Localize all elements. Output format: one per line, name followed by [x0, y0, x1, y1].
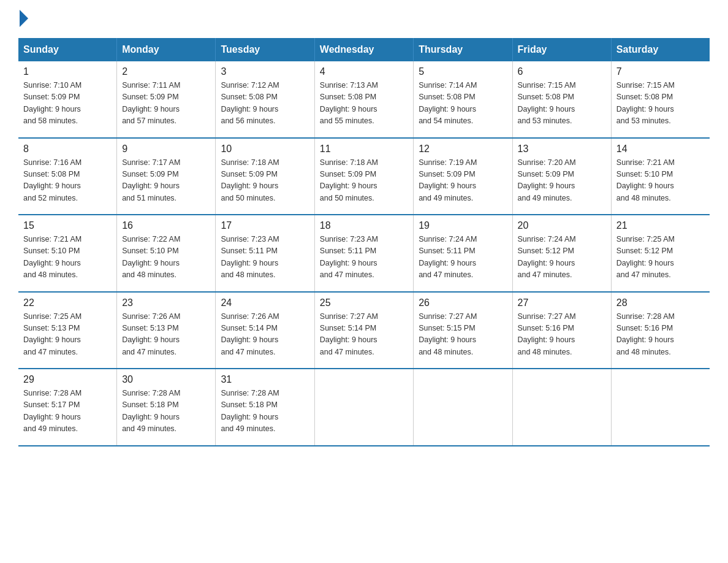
calendar-cell: 24 Sunrise: 7:26 AMSunset: 5:14 PMDaylig… — [216, 292, 314, 369]
day-info: Sunrise: 7:26 AMSunset: 5:13 PMDaylight:… — [122, 311, 210, 359]
day-info: Sunrise: 7:23 AMSunset: 5:11 PMDaylight:… — [221, 234, 309, 282]
calendar-cell — [512, 369, 611, 446]
calendar-cell — [611, 369, 710, 446]
calendar-cell: 21 Sunrise: 7:25 AMSunset: 5:12 PMDaylig… — [611, 215, 710, 292]
week-row-4: 22 Sunrise: 7:25 AMSunset: 5:13 PMDaylig… — [18, 292, 710, 369]
day-info: Sunrise: 7:26 AMSunset: 5:14 PMDaylight:… — [221, 311, 309, 359]
day-info: Sunrise: 7:21 AMSunset: 5:10 PMDaylight:… — [23, 234, 112, 282]
calendar-cell: 28 Sunrise: 7:28 AMSunset: 5:16 PMDaylig… — [611, 292, 710, 369]
day-info: Sunrise: 7:17 AMSunset: 5:09 PMDaylight:… — [122, 157, 210, 205]
calendar-cell: 8 Sunrise: 7:16 AMSunset: 5:08 PMDayligh… — [18, 138, 117, 215]
day-info: Sunrise: 7:18 AMSunset: 5:09 PMDaylight:… — [320, 157, 408, 205]
calendar-cell: 16 Sunrise: 7:22 AMSunset: 5:10 PMDaylig… — [117, 215, 216, 292]
day-info: Sunrise: 7:14 AMSunset: 5:08 PMDaylight:… — [419, 80, 507, 128]
day-number: 11 — [320, 144, 408, 155]
day-number: 14 — [616, 144, 705, 155]
calendar-cell: 20 Sunrise: 7:24 AMSunset: 5:12 PMDaylig… — [512, 215, 611, 292]
day-info: Sunrise: 7:20 AMSunset: 5:09 PMDaylight:… — [518, 157, 606, 205]
day-number: 29 — [23, 374, 112, 385]
day-number: 16 — [122, 220, 210, 231]
calendar-cell: 19 Sunrise: 7:24 AMSunset: 5:11 PMDaylig… — [414, 215, 512, 292]
day-info: Sunrise: 7:24 AMSunset: 5:12 PMDaylight:… — [518, 234, 606, 282]
calendar-cell: 17 Sunrise: 7:23 AMSunset: 5:11 PMDaylig… — [216, 215, 314, 292]
day-number: 1 — [23, 66, 112, 77]
day-number: 5 — [419, 66, 507, 77]
day-info: Sunrise: 7:10 AMSunset: 5:09 PMDaylight:… — [23, 80, 112, 128]
day-info: Sunrise: 7:19 AMSunset: 5:09 PMDaylight:… — [419, 157, 507, 205]
logo — [18, 12, 28, 26]
header-saturday: Saturday — [611, 38, 710, 61]
calendar-cell: 13 Sunrise: 7:20 AMSunset: 5:09 PMDaylig… — [512, 138, 611, 215]
day-info: Sunrise: 7:28 AMSunset: 5:16 PMDaylight:… — [616, 311, 705, 359]
day-number: 22 — [23, 297, 112, 308]
calendar-cell: 31 Sunrise: 7:28 AMSunset: 5:18 PMDaylig… — [216, 369, 314, 446]
week-row-1: 1 Sunrise: 7:10 AMSunset: 5:09 PMDayligh… — [18, 61, 710, 138]
calendar-cell: 14 Sunrise: 7:21 AMSunset: 5:10 PMDaylig… — [611, 138, 710, 215]
header-friday: Friday — [512, 38, 611, 61]
calendar-cell: 6 Sunrise: 7:15 AMSunset: 5:08 PMDayligh… — [512, 61, 611, 138]
calendar-cell: 10 Sunrise: 7:18 AMSunset: 5:09 PMDaylig… — [216, 138, 314, 215]
day-info: Sunrise: 7:12 AMSunset: 5:08 PMDaylight:… — [221, 80, 309, 128]
day-number: 7 — [616, 66, 705, 77]
calendar-cell: 26 Sunrise: 7:27 AMSunset: 5:15 PMDaylig… — [414, 292, 512, 369]
calendar-cell: 2 Sunrise: 7:11 AMSunset: 5:09 PMDayligh… — [117, 61, 216, 138]
day-number: 15 — [23, 220, 112, 231]
day-number: 4 — [320, 66, 408, 77]
calendar-cell: 30 Sunrise: 7:28 AMSunset: 5:18 PMDaylig… — [117, 369, 216, 446]
calendar-cell: 22 Sunrise: 7:25 AMSunset: 5:13 PMDaylig… — [18, 292, 117, 369]
header-thursday: Thursday — [414, 38, 512, 61]
day-info: Sunrise: 7:25 AMSunset: 5:13 PMDaylight:… — [23, 311, 112, 359]
header-wednesday: Wednesday — [314, 38, 413, 61]
calendar-cell: 4 Sunrise: 7:13 AMSunset: 5:08 PMDayligh… — [314, 61, 413, 138]
day-info: Sunrise: 7:11 AMSunset: 5:09 PMDaylight:… — [122, 80, 210, 128]
day-info: Sunrise: 7:28 AMSunset: 5:18 PMDaylight:… — [221, 388, 309, 435]
day-number: 19 — [419, 220, 507, 231]
week-row-2: 8 Sunrise: 7:16 AMSunset: 5:08 PMDayligh… — [18, 138, 710, 215]
day-number: 20 — [518, 220, 606, 231]
calendar-cell: 7 Sunrise: 7:15 AMSunset: 5:08 PMDayligh… — [611, 61, 710, 138]
calendar-cell: 1 Sunrise: 7:10 AMSunset: 5:09 PMDayligh… — [18, 61, 117, 138]
day-number: 3 — [221, 66, 309, 77]
day-info: Sunrise: 7:22 AMSunset: 5:10 PMDaylight:… — [122, 234, 210, 282]
page-header — [18, 12, 710, 26]
calendar-cell — [414, 369, 512, 446]
calendar-cell: 9 Sunrise: 7:17 AMSunset: 5:09 PMDayligh… — [117, 138, 216, 215]
calendar-cell: 11 Sunrise: 7:18 AMSunset: 5:09 PMDaylig… — [314, 138, 413, 215]
day-info: Sunrise: 7:15 AMSunset: 5:08 PMDaylight:… — [616, 80, 705, 128]
day-number: 31 — [221, 374, 309, 385]
day-number: 17 — [221, 220, 309, 231]
day-info: Sunrise: 7:27 AMSunset: 5:15 PMDaylight:… — [419, 311, 507, 359]
day-number: 23 — [122, 297, 210, 308]
day-info: Sunrise: 7:16 AMSunset: 5:08 PMDaylight:… — [23, 157, 112, 205]
header-sunday: Sunday — [18, 38, 117, 61]
calendar-cell: 15 Sunrise: 7:21 AMSunset: 5:10 PMDaylig… — [18, 215, 117, 292]
calendar-cell: 3 Sunrise: 7:12 AMSunset: 5:08 PMDayligh… — [216, 61, 314, 138]
day-info: Sunrise: 7:21 AMSunset: 5:10 PMDaylight:… — [616, 157, 705, 205]
header-monday: Monday — [117, 38, 216, 61]
day-number: 2 — [122, 66, 210, 77]
day-info: Sunrise: 7:13 AMSunset: 5:08 PMDaylight:… — [320, 80, 408, 128]
day-number: 21 — [616, 220, 705, 231]
calendar-cell: 25 Sunrise: 7:27 AMSunset: 5:14 PMDaylig… — [314, 292, 413, 369]
calendar-cell: 12 Sunrise: 7:19 AMSunset: 5:09 PMDaylig… — [414, 138, 512, 215]
header-tuesday: Tuesday — [216, 38, 314, 61]
day-number: 8 — [23, 144, 112, 155]
logo-arrow-icon — [20, 10, 28, 27]
day-info: Sunrise: 7:28 AMSunset: 5:18 PMDaylight:… — [122, 388, 210, 435]
calendar-cell: 27 Sunrise: 7:27 AMSunset: 5:16 PMDaylig… — [512, 292, 611, 369]
day-number: 18 — [320, 220, 408, 231]
calendar-header-row: SundayMondayTuesdayWednesdayThursdayFrid… — [18, 38, 710, 61]
day-info: Sunrise: 7:27 AMSunset: 5:14 PMDaylight:… — [320, 311, 408, 359]
week-row-3: 15 Sunrise: 7:21 AMSunset: 5:10 PMDaylig… — [18, 215, 710, 292]
day-number: 12 — [419, 144, 507, 155]
calendar-cell: 5 Sunrise: 7:14 AMSunset: 5:08 PMDayligh… — [414, 61, 512, 138]
day-number: 24 — [221, 297, 309, 308]
calendar-table: SundayMondayTuesdayWednesdayThursdayFrid… — [18, 38, 710, 446]
day-info: Sunrise: 7:18 AMSunset: 5:09 PMDaylight:… — [221, 157, 309, 205]
day-info: Sunrise: 7:25 AMSunset: 5:12 PMDaylight:… — [616, 234, 705, 282]
day-number: 10 — [221, 144, 309, 155]
week-row-5: 29 Sunrise: 7:28 AMSunset: 5:17 PMDaylig… — [18, 369, 710, 446]
day-info: Sunrise: 7:15 AMSunset: 5:08 PMDaylight:… — [518, 80, 606, 128]
day-number: 13 — [518, 144, 606, 155]
day-number: 6 — [518, 66, 606, 77]
